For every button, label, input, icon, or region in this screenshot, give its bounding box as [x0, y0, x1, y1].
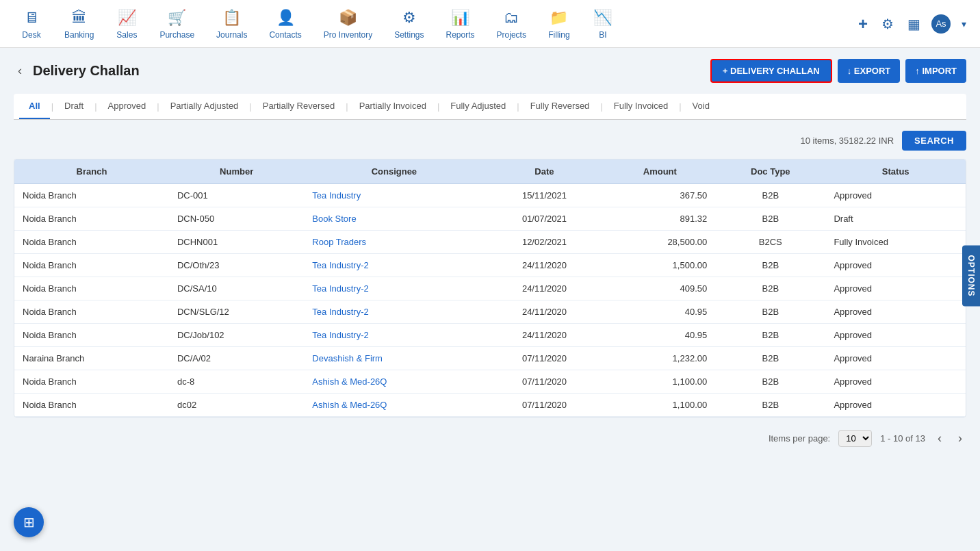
nav-item-bi[interactable]: 📉 BI	[582, 3, 623, 45]
consignee-link[interactable]: Devashish & Firm	[312, 353, 383, 363]
cell-status: Fully Invoiced	[825, 231, 966, 254]
consignee-link[interactable]: Roop Traders	[312, 237, 366, 247]
tab-partially-adjusted[interactable]: Partially Adjusted	[161, 94, 248, 119]
tab-partially-invoiced[interactable]: Partially Invoiced	[350, 94, 436, 119]
desk-icon: 🖥	[22, 8, 41, 27]
nav-label-desk: Desk	[22, 30, 40, 40]
cell-date: 24/11/2020	[484, 277, 604, 300]
table-row[interactable]: Noida Branch DCN/SLG/12 Tea Industry-2 2…	[14, 300, 966, 324]
cell-status: Approved	[825, 347, 966, 370]
nav-label-contacts: Contacts	[269, 30, 301, 40]
col-amount: Amount	[604, 159, 715, 184]
user-avatar[interactable]: As	[931, 14, 951, 34]
tab-partially-reversed[interactable]: Partially Reversed	[253, 94, 345, 119]
tab-draft[interactable]: Draft	[55, 94, 93, 119]
options-sidebar[interactable]: OPTIONS	[962, 245, 980, 306]
items-per-page-select[interactable]: 10 25 50	[838, 430, 872, 447]
table-row[interactable]: Noida Branch DC-001 Tea Industry 15/11/2…	[14, 184, 966, 207]
grid-nav-icon[interactable]: ▦	[905, 13, 923, 35]
cell-date: 24/11/2020	[484, 324, 604, 347]
nav-label-projects: Projects	[497, 30, 526, 40]
nav-item-desk[interactable]: 🖥 Desk	[11, 3, 52, 45]
cell-consignee[interactable]: Book Store	[304, 207, 484, 231]
cell-consignee[interactable]: Tea Industry	[304, 184, 484, 207]
search-button[interactable]: SEARCH	[902, 131, 966, 151]
table-row[interactable]: Noida Branch dc02 Ashish & Med-26Q 07/11…	[14, 394, 966, 417]
cell-number: DCN/SLG/12	[169, 300, 304, 324]
table-row[interactable]: Noida Branch DC/Oth/23 Tea Industry-2 24…	[14, 254, 966, 277]
table-row[interactable]: Noida Branch DC/SA/10 Tea Industry-2 24/…	[14, 277, 966, 300]
nav-item-sales[interactable]: 📈 Sales	[106, 3, 147, 45]
cell-consignee[interactable]: Ashish & Med-26Q	[304, 394, 484, 417]
cell-amount: 1,232.00	[604, 347, 715, 370]
cell-amount: 1,100.00	[604, 370, 715, 394]
cell-amount: 28,500.00	[604, 231, 715, 254]
consignee-link[interactable]: Ashish & Med-26Q	[312, 400, 387, 410]
tab-fully-reversed[interactable]: Fully Reversed	[521, 94, 599, 119]
table-row[interactable]: Noida Branch dc-8 Ashish & Med-26Q 07/11…	[14, 370, 966, 394]
consignee-link[interactable]: Tea Industry-2	[312, 307, 368, 317]
back-button[interactable]: ‹	[14, 61, 26, 81]
cell-number: DC/Job/102	[169, 324, 304, 347]
cell-amount: 1,100.00	[604, 394, 715, 417]
banking-icon: 🏛	[70, 8, 89, 27]
consignee-link[interactable]: Ashish & Med-26Q	[312, 376, 387, 387]
cell-consignee[interactable]: Tea Industry-2	[304, 300, 484, 324]
consignee-link[interactable]: Tea Industry-2	[312, 283, 368, 294]
cell-consignee[interactable]: Devashish & Firm	[304, 347, 484, 370]
cell-consignee[interactable]: Roop Traders	[304, 231, 484, 254]
consignee-link[interactable]: Tea Industry	[312, 190, 361, 201]
col-doc-type: Doc Type	[715, 159, 825, 184]
table-row[interactable]: Noida Branch DCN-050 Book Store 01/07/20…	[14, 207, 966, 231]
nav-item-journals[interactable]: 📋 Journals	[207, 3, 257, 45]
tab-all[interactable]: All	[19, 94, 50, 119]
nav-item-settings[interactable]: ⚙ Settings	[385, 3, 433, 45]
cell-consignee[interactable]: Tea Industry-2	[304, 324, 484, 347]
cell-consignee[interactable]: Tea Industry-2	[304, 277, 484, 300]
add-delivery-challan-button[interactable]: + DELIVERY CHALLAN	[710, 59, 832, 83]
add-button[interactable]: +	[855, 12, 871, 36]
cell-doc-type: B2B	[715, 370, 825, 394]
page-title: Delivery Challan	[33, 63, 140, 79]
cell-date: 24/11/2020	[484, 300, 604, 324]
consignee-link[interactable]: Book Store	[312, 214, 356, 224]
cell-branch: Noida Branch	[14, 231, 169, 254]
nav-label-journals: Journals	[216, 30, 247, 40]
nav-item-pro-inventory[interactable]: 📦 Pro Inventory	[314, 3, 382, 45]
tab-void[interactable]: Void	[683, 94, 719, 119]
cell-status: Approved	[825, 370, 966, 394]
tab-fully-invoiced[interactable]: Fully Invoiced	[604, 94, 678, 119]
cell-amount: 367.50	[604, 184, 715, 207]
table-row[interactable]: Naraina Branch DC/A/02 Devashish & Firm …	[14, 347, 966, 370]
pagination-range: 1 - 10 of 13	[880, 433, 925, 444]
cell-number: DC-001	[169, 184, 304, 207]
page-header: ‹ Delivery Challan + DELIVERY CHALLAN ↓ …	[14, 59, 966, 83]
nav-item-purchase[interactable]: 🛒 Purchase	[150, 3, 204, 45]
nav-items: 🖥 Desk 🏛 Banking 📈 Sales 🛒 Purchase 📋 Jo…	[11, 3, 855, 45]
cell-date: 07/11/2020	[484, 347, 604, 370]
tab-approved[interactable]: Approved	[99, 94, 156, 119]
settings-gear-icon[interactable]: ⚙	[879, 13, 897, 35]
import-button[interactable]: ↑ IMPORT	[905, 59, 966, 83]
tab-fully-adjusted[interactable]: Fully Adjusted	[441, 94, 515, 119]
col-consignee: Consignee	[304, 159, 484, 184]
export-button[interactable]: ↓ EXPORT	[838, 59, 901, 83]
nav-item-banking[interactable]: 🏛 Banking	[55, 3, 103, 45]
pagination-next-button[interactable]: ›	[954, 430, 966, 447]
cell-date: 24/11/2020	[484, 254, 604, 277]
cell-consignee[interactable]: Ashish & Med-26Q	[304, 370, 484, 394]
consignee-link[interactable]: Tea Industry-2	[312, 260, 368, 270]
nav-item-reports[interactable]: 📊 Reports	[437, 3, 485, 45]
page-header-left: ‹ Delivery Challan	[14, 61, 140, 81]
cell-consignee[interactable]: Tea Industry-2	[304, 254, 484, 277]
nav-item-filling[interactable]: 📁 Filling	[539, 3, 580, 45]
nav-item-contacts[interactable]: 👤 Contacts	[259, 3, 311, 45]
dropdown-chevron-icon[interactable]: ▾	[959, 16, 969, 32]
table-row[interactable]: Noida Branch DCHN001 Roop Traders 12/02/…	[14, 231, 966, 254]
pagination-prev-button[interactable]: ‹	[933, 430, 946, 447]
nav-item-projects[interactable]: 🗂 Projects	[487, 3, 536, 45]
table-row[interactable]: Noida Branch DC/Job/102 Tea Industry-2 2…	[14, 324, 966, 347]
cell-branch: Noida Branch	[14, 370, 169, 394]
consignee-link[interactable]: Tea Industry-2	[312, 330, 368, 340]
nav-label-sales: Sales	[116, 30, 137, 40]
